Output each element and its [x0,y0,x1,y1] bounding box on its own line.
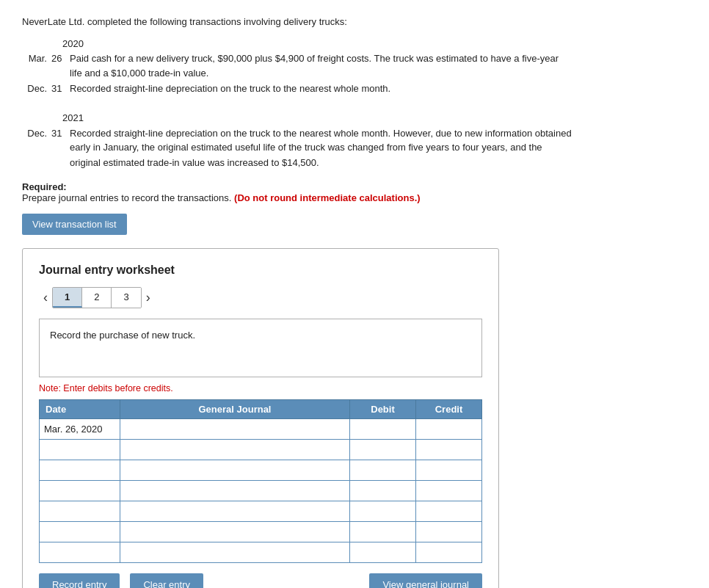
debit-input-3[interactable] [350,460,415,480]
gj-cell-4[interactable] [120,480,350,501]
dec-cont1-text-2021: early in January, the original estimated… [70,140,542,156]
credit-input-2[interactable] [416,440,481,460]
credit-input-1[interactable] [416,419,481,439]
worksheet-title: Journal entry worksheet [39,264,482,277]
credit-input-3[interactable] [416,460,481,480]
table-row [40,480,482,501]
gj-input-7[interactable] [120,542,349,562]
dec-cont2-2021: original estimated trade-in value was in… [22,156,687,171]
transactions-section: 2020 Mar. 26 Paid cash for a new deliver… [22,37,687,171]
journal-table: Date General Journal Debit Credit Mar. 2… [39,399,482,563]
record-entry-button[interactable]: Record entry [39,573,120,588]
debit-input-7[interactable] [350,542,415,562]
debit-cell-6[interactable] [350,521,416,542]
col-header-gj: General Journal [120,399,350,418]
debit-input-1[interactable] [350,419,415,439]
required-label: Required: [22,181,687,192]
credit-input-5[interactable] [416,501,481,521]
col-header-debit: Debit [350,399,416,418]
gj-input-3[interactable] [120,460,349,480]
col-header-credit: Credit [416,399,482,418]
tab-1[interactable]: 1 [53,288,82,308]
dec-month-2021: Dec. [22,126,51,141]
credit-cell-4[interactable] [416,480,482,501]
date-cell-1: Mar. 26, 2020 [40,418,120,439]
mar-day: 26 [51,51,70,66]
credit-input-7[interactable] [416,542,481,562]
debit-input-5[interactable] [350,501,415,521]
credit-cell-7[interactable] [416,542,482,562]
gj-input-4[interactable] [120,481,349,501]
mar-cont-text: life and a $10,000 trade-in value. [70,66,208,81]
debit-input-6[interactable] [350,522,415,542]
debit-cell-7[interactable] [350,542,416,562]
col-header-date: Date [40,399,120,418]
required-section: Required: Prepare journal entries to rec… [22,181,687,203]
intro-text: NeverLate Ltd. completed the following t… [22,15,687,29]
gj-input-1[interactable] [120,419,349,439]
debit-cell-3[interactable] [350,460,416,480]
table-row [40,460,482,480]
date-cell-2 [40,439,120,460]
dec-day-2021: 31 [51,126,70,141]
warning-text: (Do not round intermediate calculations.… [234,192,421,203]
dec-desc-2021: Recorded straight-line depreciation on t… [70,126,687,141]
tab-2[interactable]: 2 [82,288,112,308]
debit-input-4[interactable] [350,481,415,501]
debit-input-2[interactable] [350,440,415,460]
credit-input-4[interactable] [416,481,481,501]
gj-cell-3[interactable] [120,460,350,480]
tab-group: 1 2 3 [52,287,142,308]
debit-cell-5[interactable] [350,501,416,521]
gj-cell-7[interactable] [120,542,350,562]
debit-cell-4[interactable] [350,480,416,501]
gj-input-2[interactable] [120,440,349,460]
mar-26-entry: Mar. 26 Paid cash for a new delivery tru… [22,51,687,66]
dec31-2020-entry: Dec. 31 Recorded straight-line depreciat… [22,81,687,96]
clear-entry-button[interactable]: Clear entry [130,573,203,588]
date-cell-4 [40,480,120,501]
mar-month: Mar. [22,51,51,66]
button-row: Record entry Clear entry View general jo… [39,573,482,588]
table-row [40,542,482,562]
tab-3[interactable]: 3 [112,288,140,308]
gj-input-6[interactable] [120,522,349,542]
mar-desc: Paid cash for a new delivery truck, $90,… [70,51,687,66]
next-tab-button[interactable]: › [142,290,155,305]
note-text: Note: Enter debits before credits. [39,383,482,393]
date-cell-3 [40,460,120,480]
view-transaction-button[interactable]: View transaction list [22,214,127,235]
tab-navigation: ‹ 1 2 3 › [39,287,482,308]
date-cell-7 [40,542,120,562]
prev-tab-button[interactable]: ‹ [39,290,52,305]
dec31-2021-entry: Dec. 31 Recorded straight-line depreciat… [22,126,687,141]
gj-cell-6[interactable] [120,521,350,542]
credit-cell-2[interactable] [416,439,482,460]
gj-cell-2[interactable] [120,439,350,460]
credit-input-6[interactable] [416,522,481,542]
dec-cont2-text-2021: original estimated trade-in value was in… [70,156,319,171]
view-general-journal-button[interactable]: View general journal [369,573,482,588]
date-cell-5 [40,501,120,521]
gj-input-5[interactable] [120,501,349,521]
instruction-text: Record the purchase of new truck. [50,330,195,341]
gj-cell-5[interactable] [120,501,350,521]
dec-cont1-2021: early in January, the original estimated… [22,140,687,156]
credit-cell-6[interactable] [416,521,482,542]
credit-cell-1[interactable] [416,418,482,439]
dec-month-2020: Dec. [22,81,51,96]
gj-cell-1[interactable] [120,418,350,439]
credit-cell-5[interactable] [416,501,482,521]
dec-day-2020: 31 [51,81,70,96]
worksheet-container: Journal entry worksheet ‹ 1 2 3 › Record… [22,248,499,588]
table-row [40,521,482,542]
year-2020: 2020 [22,37,687,52]
date-cell-6 [40,521,120,542]
dec-desc-2020: Recorded straight-line depreciation on t… [70,81,687,96]
year-2021: 2021 [22,111,687,126]
table-row [40,439,482,460]
debit-cell-2[interactable] [350,439,416,460]
credit-cell-3[interactable] [416,460,482,480]
debit-cell-1[interactable] [350,418,416,439]
table-row [40,501,482,521]
